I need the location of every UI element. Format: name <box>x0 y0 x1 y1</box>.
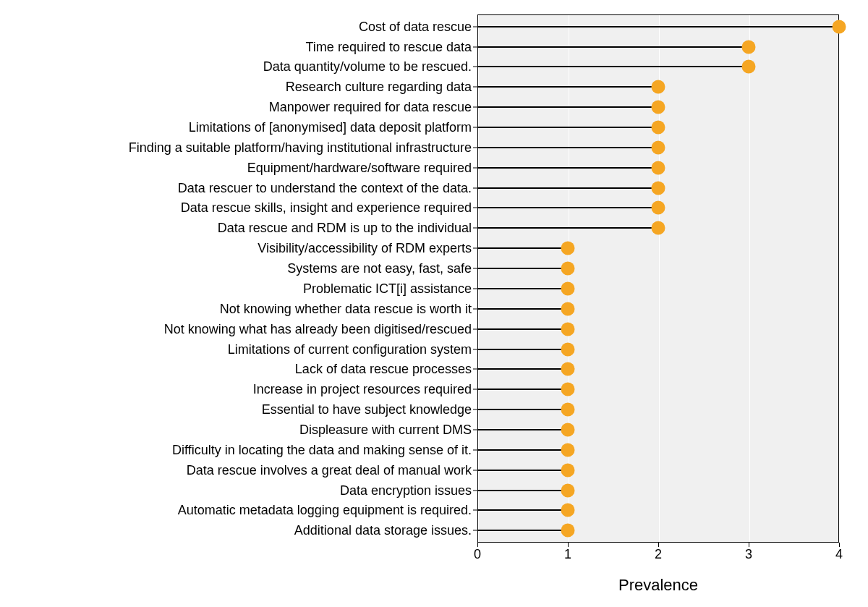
x-tick-label: 1 <box>564 547 571 562</box>
lollipop-dot <box>561 281 575 295</box>
lollipop-stem <box>477 268 568 269</box>
lollipop-dot <box>561 242 575 255</box>
lollipop-chart: 01234Cost of data rescueTime required to… <box>0 0 868 607</box>
lollipop-dot <box>833 20 846 33</box>
lollipop-dot <box>652 80 665 94</box>
y-tick-label: Not knowing what has already been digiti… <box>9 323 472 336</box>
grid-line <box>659 15 660 542</box>
y-tick-label: Systems are not easy, fast, safe <box>9 262 472 275</box>
x-tick-label: 4 <box>835 547 843 562</box>
lollipop-stem <box>477 328 568 330</box>
lollipop-stem <box>477 288 568 289</box>
lollipop-dot <box>652 140 665 154</box>
lollipop-dot <box>561 443 575 457</box>
lollipop-stem <box>477 409 568 410</box>
y-tick-label: Not knowing whether data rescue is worth… <box>9 302 472 315</box>
grid-line <box>749 15 750 542</box>
lollipop-stem <box>477 308 568 310</box>
lollipop-dot <box>561 262 575 276</box>
lollipop-dot <box>561 504 575 517</box>
y-tick-label: Displeasure with current DMS <box>9 423 472 436</box>
lollipop-stem <box>477 509 568 511</box>
lollipop-stem <box>477 490 568 491</box>
y-tick-label: Equipment/hardware/software required <box>9 161 472 174</box>
lollipop-stem <box>477 227 658 229</box>
lollipop-dot <box>561 463 575 477</box>
lollipop-dot <box>742 40 756 54</box>
y-tick-label: Data rescue skills, insight and experien… <box>9 201 472 214</box>
y-tick-label: Research culture regarding data <box>9 80 472 93</box>
grid-line <box>478 15 479 542</box>
x-tick-label: 3 <box>745 547 752 562</box>
y-tick-label: Problematic ICT[i] assistance <box>9 282 472 295</box>
y-tick-label: Visibility/accessibility of RDM experts <box>9 242 472 255</box>
y-tick-label: Increase in project resources required <box>9 383 472 396</box>
y-tick-label: Limitations of current configuration sys… <box>9 343 472 356</box>
lollipop-dot <box>561 322 575 336</box>
lollipop-dot <box>652 181 665 195</box>
lollipop-stem <box>477 530 568 531</box>
lollipop-dot <box>561 524 575 538</box>
lollipop-stem <box>477 429 568 430</box>
x-tick-label: 2 <box>655 547 662 562</box>
lollipop-stem <box>477 26 839 27</box>
lollipop-dot <box>742 60 756 74</box>
x-axis-label: Prevalence <box>618 576 698 595</box>
lollipop-stem <box>477 66 749 67</box>
y-tick-label: Data quantity/volume to be rescued. <box>9 60 472 73</box>
lollipop-dot <box>561 302 575 315</box>
lollipop-dot <box>652 221 665 235</box>
lollipop-stem <box>477 106 658 108</box>
y-tick-label: Data rescuer to understand the context o… <box>9 182 472 195</box>
lollipop-stem <box>477 167 658 169</box>
lollipop-stem <box>477 247 568 249</box>
lollipop-dot <box>561 342 575 356</box>
y-tick-label: Data rescue and RDM is up to the individ… <box>9 221 472 234</box>
y-tick-label: Automatic metadata logging equipment is … <box>9 504 472 517</box>
lollipop-dot <box>561 483 575 497</box>
y-tick-label: Lack of data rescue processes <box>9 362 472 375</box>
lollipop-stem <box>477 470 568 471</box>
lollipop-stem <box>477 389 568 390</box>
lollipop-dot <box>652 101 665 114</box>
y-tick-label: Limitations of [anonymised] data deposit… <box>9 121 472 134</box>
y-tick-label: Cost of data rescue <box>9 20 472 33</box>
y-tick-label: Difficulty in locating the data and maki… <box>9 443 472 457</box>
lollipop-stem <box>477 187 658 189</box>
lollipop-dot <box>652 201 665 215</box>
lollipop-stem <box>477 368 568 370</box>
lollipop-stem <box>477 449 568 451</box>
y-tick-label: Essential to have subject knowledge <box>9 403 472 416</box>
lollipop-stem <box>477 349 568 350</box>
lollipop-dot <box>561 423 575 436</box>
x-tick-label: 0 <box>474 547 481 562</box>
grid-line <box>840 15 841 542</box>
y-tick-label: Data rescue involves a great deal of man… <box>9 464 472 477</box>
lollipop-dot <box>561 362 575 376</box>
y-tick-label: Finding a suitable platform/having insti… <box>9 141 472 154</box>
lollipop-stem <box>477 207 658 208</box>
lollipop-stem <box>477 127 658 128</box>
y-tick-label: Manpower required for data rescue <box>9 101 472 114</box>
lollipop-stem <box>477 46 749 48</box>
lollipop-dot <box>652 161 665 174</box>
y-tick-label: Additional data storage issues. <box>9 524 472 537</box>
lollipop-stem <box>477 147 658 148</box>
lollipop-dot <box>561 383 575 396</box>
lollipop-dot <box>652 121 665 135</box>
y-tick-label: Time required to rescue data <box>9 41 472 54</box>
lollipop-dot <box>561 403 575 417</box>
lollipop-stem <box>477 86 658 88</box>
y-tick-label: Data encryption issues <box>9 484 472 497</box>
